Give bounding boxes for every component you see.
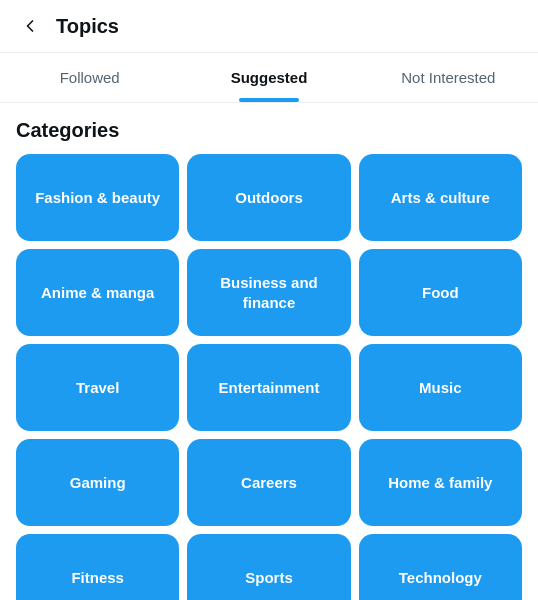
page-title: Topics: [56, 15, 119, 38]
category-card-sports[interactable]: Sports: [187, 534, 350, 600]
category-card-food[interactable]: Food: [359, 249, 522, 336]
back-button[interactable]: [16, 12, 44, 40]
back-arrow-icon: [20, 16, 40, 36]
category-label-travel: Travel: [76, 378, 119, 398]
header: Topics: [0, 0, 538, 53]
category-card-home-family[interactable]: Home & family: [359, 439, 522, 526]
category-label-fitness: Fitness: [71, 568, 124, 588]
category-card-technology[interactable]: Technology: [359, 534, 522, 600]
category-card-fashion-beauty[interactable]: Fashion & beauty: [16, 154, 179, 241]
category-label-gaming: Gaming: [70, 473, 126, 493]
category-card-anime-manga[interactable]: Anime & manga: [16, 249, 179, 336]
category-label-food: Food: [422, 283, 459, 303]
tabs-bar: Followed Suggested Not Interested: [0, 53, 538, 103]
category-card-travel[interactable]: Travel: [16, 344, 179, 431]
categories-heading: Categories: [16, 119, 522, 142]
tab-followed[interactable]: Followed: [0, 53, 179, 102]
category-card-entertainment[interactable]: Entertainment: [187, 344, 350, 431]
content-area: Categories Fashion & beautyOutdoorsArts …: [0, 103, 538, 600]
category-card-business-finance[interactable]: Business and finance: [187, 249, 350, 336]
tab-suggested[interactable]: Suggested: [179, 53, 358, 102]
category-card-fitness[interactable]: Fitness: [16, 534, 179, 600]
tab-not-interested[interactable]: Not Interested: [359, 53, 538, 102]
category-label-fashion-beauty: Fashion & beauty: [35, 188, 160, 208]
category-label-business-finance: Business and finance: [199, 273, 338, 312]
category-label-entertainment: Entertainment: [219, 378, 320, 398]
category-card-careers[interactable]: Careers: [187, 439, 350, 526]
category-label-sports: Sports: [245, 568, 293, 588]
category-label-careers: Careers: [241, 473, 297, 493]
category-label-technology: Technology: [399, 568, 482, 588]
category-card-music[interactable]: Music: [359, 344, 522, 431]
category-label-home-family: Home & family: [388, 473, 492, 493]
category-label-music: Music: [419, 378, 462, 398]
category-card-gaming[interactable]: Gaming: [16, 439, 179, 526]
category-label-outdoors: Outdoors: [235, 188, 303, 208]
category-card-arts-culture[interactable]: Arts & culture: [359, 154, 522, 241]
category-label-anime-manga: Anime & manga: [41, 283, 154, 303]
category-label-arts-culture: Arts & culture: [391, 188, 490, 208]
category-card-outdoors[interactable]: Outdoors: [187, 154, 350, 241]
categories-grid: Fashion & beautyOutdoorsArts & cultureAn…: [16, 154, 522, 600]
